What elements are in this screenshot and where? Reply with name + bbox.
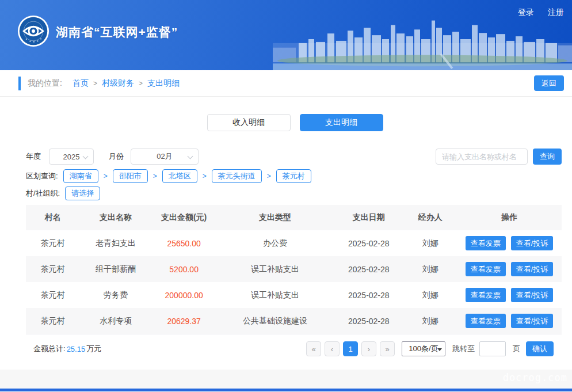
auth-links: 登录 注册 — [518, 7, 564, 18]
page-unit-label: 页 — [513, 344, 520, 354]
village-org-row: 村/社组织: 请选择 — [26, 187, 564, 200]
login-link[interactable]: 登录 — [518, 7, 534, 18]
cell-handler: 刘娜 — [403, 316, 457, 326]
cell-actions: 查看发票 查看/投诉 — [457, 314, 562, 328]
bottom-blue-strip — [0, 389, 572, 391]
back-button[interactable]: 返回 — [534, 75, 564, 91]
view-complain-button[interactable]: 查看/投诉 — [511, 288, 554, 302]
cell-amount: 25650.00 — [152, 239, 216, 248]
cell-village: 茶元村 — [26, 290, 79, 300]
village-org-select-button[interactable]: 请选择 — [65, 187, 100, 200]
year-label: 年度 — [26, 151, 41, 162]
cell-expense-name: 老青妇支出 — [79, 238, 152, 249]
search-button[interactable]: 查询 — [533, 149, 562, 165]
caret-down-icon — [437, 348, 442, 351]
region-separator: > — [267, 172, 271, 180]
cell-handler: 刘娜 — [403, 290, 457, 300]
month-label: 月份 — [109, 151, 124, 162]
detail-tabs: 收入明细 支出明细 — [26, 97, 564, 131]
page-size-value: 100条/页 — [409, 344, 438, 354]
village-org-label: 村/社组织: — [26, 188, 60, 199]
filter-row: 年度 2025 月份 02月 查询 — [26, 149, 564, 165]
tab-expense-detail[interactable]: 支出明细 — [300, 114, 383, 131]
col-header-village: 村名 — [26, 212, 79, 223]
region-chip-district[interactable]: 北塔区 — [162, 169, 197, 183]
col-header-handler: 经办人 — [403, 212, 457, 223]
view-complain-button[interactable]: 查看/投诉 — [511, 314, 554, 328]
region-separator: > — [203, 172, 207, 180]
col-header-type: 支出类型 — [216, 212, 334, 223]
confirm-button[interactable]: 确认 — [526, 341, 554, 356]
next-page-button[interactable]: › — [361, 341, 376, 356]
prev-page-button[interactable]: ‹ — [325, 341, 340, 356]
site-header: 湖南省“互联网+监督” 登录 注册 — [0, 0, 572, 70]
region-chip-province[interactable]: 湖南省 — [63, 169, 98, 183]
cell-actions: 查看发票 查看/投诉 — [457, 262, 562, 276]
table-row: 茶元村 劳务费 200000.00 误工补贴支出 2025-02-28 刘娜 查… — [26, 282, 562, 308]
cell-handler: 刘娜 — [403, 264, 457, 275]
register-link[interactable]: 注册 — [548, 7, 564, 18]
view-invoice-button[interactable]: 查看发票 — [466, 236, 506, 250]
cell-date: 2025-02-28 — [334, 291, 403, 300]
chevron-down-icon — [83, 154, 89, 159]
view-invoice-button[interactable]: 查看发票 — [466, 262, 506, 276]
summary-row: 金额总计: 25.15 万元 « ‹ 1 › » 100条/页 跳转至 页 确认 — [26, 341, 554, 356]
region-separator: > — [153, 172, 157, 180]
jump-page-input[interactable] — [479, 341, 506, 356]
footer-area: docrog.com — [0, 370, 572, 389]
cell-type: 误工补贴支出 — [216, 264, 334, 275]
tab-income-detail[interactable]: 收入明细 — [207, 114, 291, 131]
cell-actions: 查看发票 查看/投诉 — [457, 288, 562, 302]
view-complain-button[interactable]: 查看/投诉 — [511, 262, 554, 276]
cell-village: 茶元村 — [26, 264, 79, 275]
total-amount-value: 25.15 — [67, 345, 86, 353]
search-input[interactable] — [436, 149, 528, 165]
breadcrumb: 我的位置: 首页 > 村级财务 > 支出明细 返回 — [0, 70, 572, 97]
jump-to-label: 跳转至 — [452, 344, 475, 354]
pagination: « ‹ 1 › » 100条/页 跳转至 页 确认 — [303, 341, 554, 356]
region-filter-row: 区划查询: 湖南省 > 邵阳市 > 北塔区 > 茶元头街道 > 茶元村 — [26, 169, 564, 183]
col-header-date: 支出日期 — [334, 212, 403, 223]
cell-handler: 刘娜 — [403, 238, 457, 249]
month-select-value: 02月 — [157, 151, 172, 162]
breadcrumb-separator: > — [93, 79, 97, 87]
breadcrumb-home-link[interactable]: 首页 — [73, 78, 89, 89]
col-header-actions: 操作 — [457, 212, 562, 223]
view-invoice-button[interactable]: 查看发票 — [466, 288, 506, 302]
region-chip-street[interactable]: 茶元头街道 — [212, 169, 262, 183]
chevron-down-icon — [188, 154, 193, 159]
expense-table: 村名 支出名称 支出金额(元) 支出类型 支出日期 经办人 操作 茶元村 老青妇… — [26, 205, 562, 334]
last-page-button[interactable]: » — [380, 341, 395, 356]
view-invoice-button[interactable]: 查看发票 — [466, 314, 506, 328]
col-header-expense-name: 支出名称 — [79, 212, 152, 223]
cell-village: 茶元村 — [26, 316, 79, 326]
year-select[interactable]: 2025 — [49, 149, 94, 165]
region-chip-village[interactable]: 茶元村 — [276, 169, 311, 183]
table-header-row: 村名 支出名称 支出金额(元) 支出类型 支出日期 经办人 操作 — [26, 205, 562, 230]
cell-amount: 5200.00 — [152, 265, 216, 274]
current-page-button[interactable]: 1 — [343, 341, 358, 356]
cell-amount: 200000.00 — [152, 291, 216, 300]
breadcrumb-accent-bar — [18, 77, 21, 90]
page-size-select[interactable]: 100条/页 — [402, 341, 445, 356]
region-label: 区划查询: — [26, 171, 58, 181]
breadcrumb-expense-detail-link[interactable]: 支出明细 — [147, 78, 180, 89]
watermark: docrog.com — [503, 372, 567, 383]
total-amount-label: 金额总计: — [33, 344, 66, 354]
cell-amount: 20629.37 — [152, 317, 216, 326]
site-title: 湖南省“互联网+监督” — [56, 24, 178, 40]
main-content: 收入明细 支出明细 年度 2025 月份 02月 查询 区划查询: 湖南省 > … — [0, 97, 572, 370]
cell-expense-name: 组干部薪酬 — [79, 264, 152, 275]
breadcrumb-village-finance-link[interactable]: 村级财务 — [102, 78, 134, 89]
cell-date: 2025-02-28 — [334, 239, 403, 248]
cell-date: 2025-02-28 — [334, 317, 403, 326]
cell-type: 公共基础设施建设 — [216, 316, 334, 326]
table-row: 茶元村 老青妇支出 25650.00 办公费 2025-02-28 刘娜 查看发… — [26, 230, 562, 256]
breadcrumb-label: 我的位置: — [28, 78, 62, 89]
cell-type: 误工补贴支出 — [216, 290, 334, 300]
first-page-button[interactable]: « — [306, 341, 321, 356]
view-complain-button[interactable]: 查看/投诉 — [511, 236, 554, 250]
region-chip-city[interactable]: 邵阳市 — [113, 169, 148, 183]
breadcrumb-separator: > — [139, 79, 143, 87]
month-select[interactable]: 02月 — [131, 149, 199, 165]
